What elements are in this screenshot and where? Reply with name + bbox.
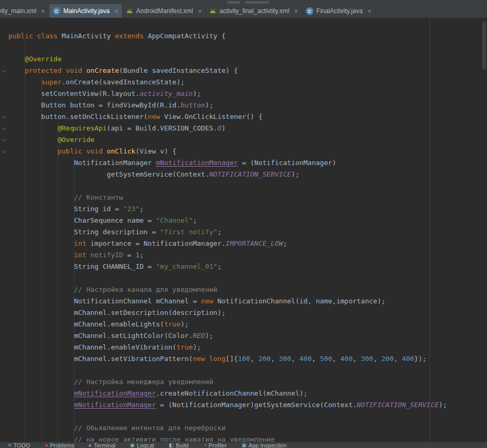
tool-window-label: Problems [50, 442, 74, 448]
gutter[interactable] [0, 365, 8, 376]
gutter[interactable] [0, 30, 8, 42]
gutter[interactable] [0, 261, 8, 272]
code-area[interactable]: public class MainActivity extends AppCom… [0, 30, 447, 442]
code-text: super.onCreate(savedInstanceState); [8, 77, 185, 88]
tool-window-button-build[interactable]: ◧Build [169, 442, 189, 448]
gutter[interactable] [0, 203, 8, 215]
code-line: NotificationManager mNotificationManager… [0, 157, 447, 169]
gutter[interactable] [0, 376, 8, 388]
code-line: mChannel.enableVibration(true); [0, 342, 447, 353]
editor-tab[interactable]: ivity_main.xml× [0, 4, 49, 18]
tool-window-label: App Inspection [249, 442, 287, 448]
tab-label: FinalActivity.java [316, 7, 362, 15]
code-line: // Настройка канала для уведомлений [0, 284, 447, 296]
close-icon[interactable]: × [114, 8, 118, 15]
gutter[interactable] [0, 65, 8, 77]
tool-window-button-profiler[interactable]: ◔Profiler [203, 442, 227, 448]
gutter[interactable] [0, 319, 8, 330]
gutter[interactable] [0, 238, 8, 249]
tool-window-button-logcat[interactable]: ◉Logcat [130, 442, 154, 448]
gutter[interactable] [0, 169, 8, 180]
gutter[interactable] [0, 215, 8, 226]
code-text: String CHANNEL_ID = "my_channel_01"; [8, 261, 222, 272]
fold-icon[interactable] [2, 137, 6, 141]
gutter[interactable] [0, 342, 8, 353]
gutter[interactable] [0, 100, 8, 111]
gutter[interactable] [0, 284, 8, 296]
gutter[interactable] [0, 249, 8, 261]
close-icon[interactable]: × [368, 8, 372, 15]
fold-icon[interactable] [2, 149, 6, 153]
gutter[interactable] [0, 192, 8, 203]
tab-label: activity_final_activtity.xml [219, 7, 289, 15]
gutter[interactable] [0, 111, 8, 123]
gutter[interactable] [0, 434, 8, 442]
gutter[interactable] [0, 53, 8, 65]
fold-icon[interactable] [2, 114, 6, 118]
java-class-icon: C [306, 7, 314, 15]
code-text: String id = "23"; [8, 203, 143, 215]
editor-tab[interactable]: AndroidManifest.xml× [123, 4, 206, 18]
gutter[interactable] [0, 134, 8, 146]
code-text: mChannel.setVibrationPattern(new long[]{… [8, 353, 426, 365]
fold-icon[interactable] [2, 68, 6, 72]
todo-icon: ≡ [8, 442, 12, 448]
code-line [0, 180, 447, 192]
editor-tab[interactable]: activity_final_activtity.xml× [206, 4, 302, 18]
toolbar-button-partial[interactable] [245, 1, 269, 4]
gutter[interactable] [0, 422, 8, 434]
main-toolbar-cut [0, 0, 487, 4]
gutter[interactable] [0, 388, 8, 399]
gutter[interactable] [0, 272, 8, 284]
gutter[interactable] [0, 180, 8, 192]
code-text: button.setOnClickListener(new View.OnCli… [8, 111, 262, 123]
gutter[interactable] [0, 77, 8, 88]
code-line: setContentView(R.layout.activity_main); [0, 88, 447, 100]
gutter[interactable] [0, 330, 8, 342]
close-icon[interactable]: × [294, 8, 298, 15]
code-line: int notifyID = 1; [0, 249, 447, 261]
gutter[interactable] [0, 88, 8, 100]
close-icon[interactable]: × [41, 8, 45, 15]
gutter[interactable] [0, 353, 8, 365]
gutter[interactable] [0, 146, 8, 157]
code-text: int notifyID = 1; [8, 249, 143, 261]
editor-scrollbar[interactable] [482, 21, 486, 70]
gutter[interactable] [0, 123, 8, 134]
close-icon[interactable]: × [198, 8, 202, 15]
code-line: @RequiresApi(api = Build.VERSION_CODES.O… [0, 123, 447, 134]
code-text: mChannel.enableLights(true); [8, 319, 189, 330]
editor-tab[interactable]: CMainActivity.java× [49, 4, 123, 18]
code-line [0, 411, 447, 422]
code-text: mChannel.enableVibration(true); [8, 342, 201, 353]
code-text: @Override [8, 134, 94, 146]
gutter[interactable] [0, 411, 8, 422]
gutter[interactable] [0, 296, 8, 307]
code-line: public void onClick(View v) { [0, 146, 447, 157]
gutter[interactable] [0, 226, 8, 238]
build-icon: ◧ [169, 442, 173, 448]
tool-window-button-app-inspection[interactable]: ▣App Inspection [241, 442, 286, 448]
fold-icon[interactable] [2, 126, 6, 130]
code-line: String id = "23"; [0, 203, 447, 215]
toolbar-button-partial[interactable] [227, 1, 240, 4]
tool-window-button-problems[interactable]: ●Problems [45, 442, 74, 448]
code-line: // Константы [0, 192, 447, 203]
code-text: // Константы [8, 192, 123, 203]
tool-window-button-terminal[interactable]: ▸Terminal [89, 442, 116, 448]
tab-label: ivity_main.xml [0, 7, 36, 15]
tab-label: MainActivity.java [63, 7, 109, 15]
tool-window-button-todo[interactable]: ≡TODO [8, 442, 30, 448]
editor-tab[interactable]: CFinalActivity.java× [302, 4, 375, 18]
code-line: String description = "first notify"; [0, 226, 447, 238]
code-line: // на новое активити после нажатия на ув… [0, 434, 447, 442]
code-text: NotificationManager mNotificationManager… [8, 157, 336, 169]
code-text: mChannel.setDescription(description); [8, 307, 226, 319]
gutter[interactable] [0, 42, 8, 53]
code-editor[interactable]: public class MainActivity extends AppCom… [0, 18, 487, 442]
gutter[interactable] [0, 157, 8, 169]
code-text: // Обьявление интентов для переброски [8, 422, 226, 434]
code-line: // Обьявление интентов для переброски [0, 422, 447, 434]
gutter[interactable] [0, 399, 8, 411]
gutter[interactable] [0, 307, 8, 319]
